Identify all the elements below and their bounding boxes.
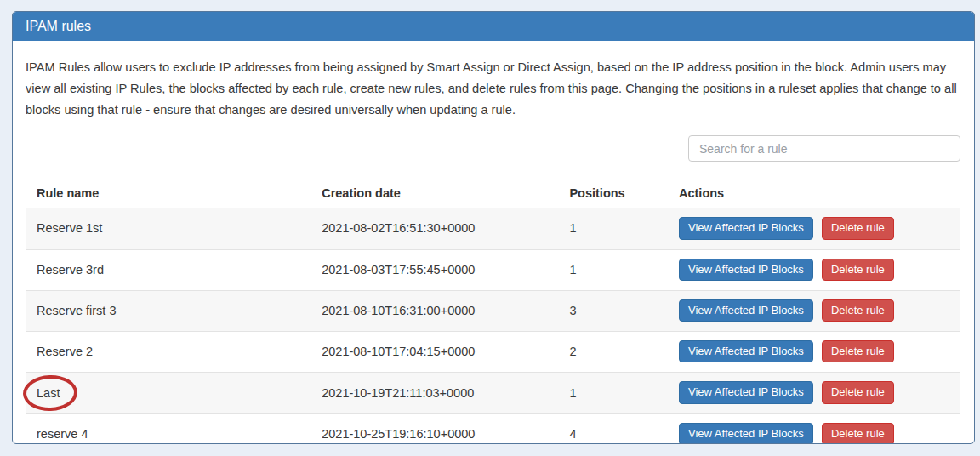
column-header-rule-name: Rule name <box>26 180 311 208</box>
delete-rule-button[interactable]: Delete rule <box>822 381 894 403</box>
panel-heading: IPAM rules <box>13 12 974 41</box>
ipam-rules-panel: IPAM rules IPAM Rules allow users to exc… <box>12 11 975 444</box>
table-row: reserve 4 2021-10-25T19:16:10+0000 4 Vie… <box>26 413 960 444</box>
delete-rule-button[interactable]: Delete rule <box>822 340 894 362</box>
column-header-creation-date: Creation date <box>311 180 558 208</box>
positions-cell: 3 <box>558 290 668 331</box>
ipam-rules-description: IPAM Rules allow users to exclude IP add… <box>26 57 960 121</box>
delete-rule-button[interactable]: Delete rule <box>822 423 894 444</box>
rule-name-cell: Reserve 3rd <box>26 249 311 290</box>
actions-cell: View Affected IP Blocks Delete rule <box>668 332 960 373</box>
positions-cell: 2 <box>558 332 668 373</box>
rules-table: Rule name Creation date Positions Action… <box>26 180 960 444</box>
delete-rule-button[interactable]: Delete rule <box>822 259 894 281</box>
creation-date-cell: 2021-10-25T19:16:10+0000 <box>311 413 558 444</box>
actions-cell: View Affected IP Blocks Delete rule <box>668 208 960 249</box>
panel-body: IPAM Rules allow users to exclude IP add… <box>13 41 974 444</box>
rule-name-cell: Reserve 1st <box>26 208 311 249</box>
view-affected-ip-blocks-button[interactable]: View Affected IP Blocks <box>679 299 813 322</box>
rule-name-cell: Last <box>26 373 311 413</box>
creation-date-cell: 2021-08-10T17:04:15+0000 <box>311 332 558 373</box>
actions-cell: View Affected IP Blocks Delete rule <box>668 373 960 413</box>
creation-date-cell: 2021-10-19T21:11:03+0000 <box>311 373 558 413</box>
view-affected-ip-blocks-button[interactable]: View Affected IP Blocks <box>679 340 813 362</box>
rule-name-cell: Reserve 2 <box>26 332 311 373</box>
view-affected-ip-blocks-button[interactable]: View Affected IP Blocks <box>679 217 813 239</box>
table-row: Reserve first 3 2021-08-10T16:31:00+0000… <box>26 290 960 331</box>
creation-date-cell: 2021-08-02T16:51:30+0000 <box>311 208 558 249</box>
table-row: Reserve 3rd 2021-08-03T17:55:45+0000 1 V… <box>26 249 960 290</box>
view-affected-ip-blocks-button[interactable]: View Affected IP Blocks <box>679 423 813 444</box>
rule-name-cell: reserve 4 <box>26 413 311 444</box>
table-header-row: Rule name Creation date Positions Action… <box>26 180 960 208</box>
delete-rule-button[interactable]: Delete rule <box>822 299 894 322</box>
annotation-ellipse <box>22 374 77 412</box>
table-row: Reserve 1st 2021-08-02T16:51:30+0000 1 V… <box>26 208 960 249</box>
actions-cell: View Affected IP Blocks Delete rule <box>668 413 960 444</box>
positions-cell: 1 <box>558 208 668 249</box>
actions-cell: View Affected IP Blocks Delete rule <box>668 249 960 290</box>
delete-rule-button[interactable]: Delete rule <box>822 217 894 239</box>
table-row: Last 2021-10-19T21:11:03+0000 1 View Aff… <box>26 373 960 413</box>
view-affected-ip-blocks-button[interactable]: View Affected IP Blocks <box>679 381 813 403</box>
positions-cell: 1 <box>558 373 668 413</box>
positions-cell: 4 <box>558 413 668 444</box>
column-header-actions: Actions <box>668 180 960 208</box>
page-title: IPAM rules <box>26 19 91 34</box>
positions-cell: 1 <box>558 249 668 290</box>
table-row: Reserve 2 2021-08-10T17:04:15+0000 2 Vie… <box>26 332 960 373</box>
actions-cell: View Affected IP Blocks Delete rule <box>668 290 960 331</box>
rule-name-cell: Reserve first 3 <box>26 290 311 331</box>
creation-date-cell: 2021-08-03T17:55:45+0000 <box>311 249 558 290</box>
search-row <box>26 135 960 162</box>
column-header-positions: Positions <box>558 180 668 208</box>
creation-date-cell: 2021-08-10T16:31:00+0000 <box>311 290 558 331</box>
search-input[interactable] <box>688 135 960 162</box>
view-affected-ip-blocks-button[interactable]: View Affected IP Blocks <box>679 259 813 281</box>
